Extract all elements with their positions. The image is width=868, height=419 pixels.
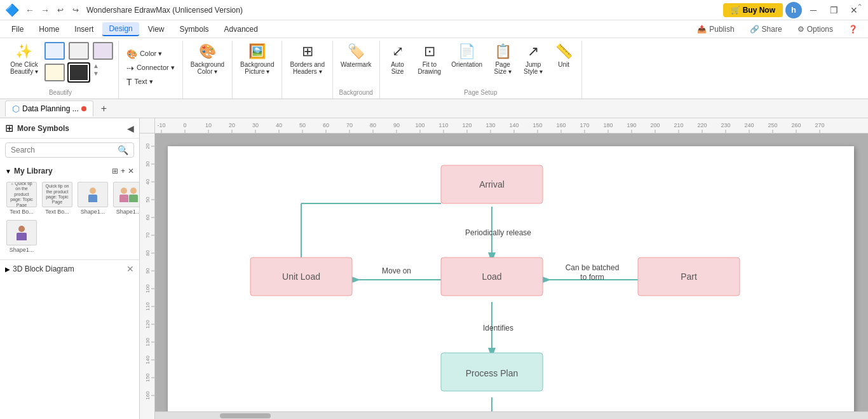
ruler-h-svg: -100102030405060708090100110120130140150…	[155, 118, 868, 134]
undo-button[interactable]: ↩	[53, 3, 67, 17]
style5-button[interactable]	[67, 62, 90, 83]
borders-headers-button[interactable]: ⊞ Borders and Headers ▾	[286, 41, 328, 78]
app-title: Wondershare EdrawMax (Unlicensed Version…	[86, 6, 243, 15]
redo-button[interactable]: ↪	[69, 3, 83, 17]
menu-insert[interactable]: Insert	[68, 23, 100, 36]
svg-text:Can be batched: Can be batched	[566, 263, 620, 272]
publish-button[interactable]: 📤 Publish	[692, 23, 739, 36]
svg-text:220: 220	[697, 122, 707, 128]
horizontal-scrollbar[interactable]	[155, 411, 868, 419]
orientation-button[interactable]: 📄 Orientation	[447, 41, 486, 71]
block-diagram-close-button[interactable]: ✕	[126, 264, 134, 274]
expand-down-icon[interactable]: ▼	[93, 70, 99, 78]
svg-text:10: 10	[205, 122, 212, 128]
thumb-text-box-2: Quick tip on the product page: Topic Pag…	[42, 182, 72, 207]
search-icon: 🔍	[118, 145, 128, 155]
restore-button[interactable]: ❐	[825, 4, 843, 17]
add-tab-button[interactable]: +	[96, 100, 112, 117]
avatar[interactable]: h	[785, 2, 802, 18]
svg-text:100: 100	[145, 284, 151, 293]
one-click-beautify-button[interactable]: ✨ One Click Beautify ▾	[6, 41, 42, 78]
minimize-button[interactable]: ─	[804, 4, 822, 17]
svg-text:50: 50	[145, 196, 151, 202]
list-item[interactable]: Shape1...	[76, 181, 109, 216]
sidebar: ⊞ More Symbols ◀ 🔍 ▼ My Library ⊞ + ✕	[0, 118, 140, 419]
svg-text:230: 230	[721, 122, 730, 128]
text-button[interactable]: T Text ▾	[123, 76, 173, 88]
list-item[interactable]: Quick tip on the product page: Topic Pag…	[41, 181, 74, 216]
fit-to-drawing-button[interactable]: ⊡ Fit to Drawing	[414, 41, 445, 78]
list-item[interactable]: Shape1...	[5, 219, 38, 254]
svg-text:260: 260	[791, 122, 801, 128]
ribbon-beautify-content: ✨ One Click Beautify ▾	[6, 41, 114, 88]
style3-button[interactable]	[92, 41, 114, 61]
svg-text:100: 100	[415, 122, 424, 128]
help-button[interactable]: ❓	[843, 23, 863, 36]
ribbon-beautify-group: ✨ One Click Beautify ▾	[3, 41, 119, 99]
fit-drawing-icon: ⊡	[424, 43, 435, 60]
unit-button[interactable]: 📏 Unit	[550, 41, 578, 71]
style-row-1	[43, 41, 114, 61]
page-setup-group-label: Page Setup	[464, 89, 497, 97]
canvas-content[interactable]: Periodically release Move on Can be batc…	[155, 134, 868, 411]
beautify-icon: ✨	[15, 43, 32, 60]
ribbon-borders-content: ⊞ Borders and Headers ▾	[286, 41, 328, 97]
bg-color-icon: 🎨	[199, 43, 216, 60]
style2-button[interactable]	[67, 41, 90, 61]
scrollbar-thumb[interactable]	[220, 413, 271, 418]
ribbon-borders-group: ⊞ Borders and Headers ▾	[282, 41, 332, 99]
ribbon-color-content: 🎨 Color ▾ ⇢ Connector ▾ T Text ▾	[123, 41, 179, 95]
nav-buttons: ← → ↩ ↪	[23, 3, 83, 17]
style1-button[interactable]	[43, 41, 66, 61]
options-button[interactable]: ⚙ Options	[792, 23, 838, 36]
background-color-button[interactable]: 🎨 Background Color ▾	[187, 41, 228, 78]
active-tab[interactable]: ⬡ Data Planning ...	[5, 100, 93, 116]
text-icon: T	[126, 77, 132, 87]
ribbon-color-group: 🎨 Color ▾ ⇢ Connector ▾ T Text ▾	[119, 41, 183, 99]
menu-view[interactable]: View	[142, 23, 171, 36]
auto-size-button[interactable]: ⤢ Auto Size	[384, 41, 412, 78]
page-size-button[interactable]: 📋 Page Size ▾	[489, 41, 517, 78]
svg-text:0: 0	[183, 122, 186, 128]
background-picture-button[interactable]: 🖼️ Background Picture ▾	[236, 41, 278, 78]
back-button[interactable]: ←	[23, 3, 37, 17]
sidebar-collapse-button[interactable]: ◀	[127, 123, 134, 134]
svg-text:90: 90	[393, 122, 400, 128]
menu-file[interactable]: File	[5, 23, 30, 36]
menu-advanced[interactable]: Advanced	[218, 23, 264, 36]
my-library-section: ▼ My Library ⊞ + ✕ ⬦ Quick tip on the pr…	[0, 161, 139, 260]
canvas-wrapper: 2030405060708090100110120130140150160	[140, 134, 868, 419]
svg-text:120: 120	[145, 320, 151, 329]
forward-button[interactable]: →	[38, 3, 52, 17]
buy-now-button[interactable]: 🛒 Buy Now	[723, 3, 783, 17]
ribbon: ✨ One Click Beautify ▾	[0, 38, 868, 99]
ribbon-expand-btn[interactable]: ⌃	[857, 3, 863, 11]
list-item[interactable]: ⬦ Quick tip on the product page: Topic P…	[5, 181, 38, 216]
tab-bar: ⬡ Data Planning ... +	[0, 99, 868, 118]
svg-text:Load: Load	[482, 271, 501, 282]
unit-icon: 📏	[555, 43, 573, 60]
svg-rect-111	[441, 353, 543, 391]
svg-rect-103	[441, 165, 543, 203]
menu-bar: File Home Insert Design View Symbols Adv…	[0, 20, 868, 38]
list-item[interactable]: Shape1...	[112, 181, 140, 216]
connector-button[interactable]: ⇢ Connector ▾	[123, 62, 179, 74]
library-add-button[interactable]: +	[121, 167, 125, 175]
menu-symbols[interactable]: Symbols	[173, 23, 215, 36]
svg-text:200: 200	[650, 122, 660, 128]
menu-design[interactable]: Design	[102, 22, 139, 36]
menu-home[interactable]: Home	[32, 23, 65, 36]
library-grid-button[interactable]: ⊞	[112, 167, 118, 175]
expand-up-icon[interactable]: ▲	[93, 62, 99, 70]
jump-style-button[interactable]: ↗ Jump Style ▾	[519, 41, 547, 78]
library-close-button[interactable]: ✕	[128, 167, 134, 175]
search-input[interactable]	[11, 146, 115, 155]
color-button[interactable]: 🎨 Color ▾	[123, 48, 173, 60]
share-button[interactable]: 🔗 Share	[745, 23, 787, 36]
svg-text:Identifies: Identifies	[483, 324, 513, 333]
watermark-button[interactable]: 🏷️ Watermark	[337, 41, 376, 71]
style4-button[interactable]	[43, 62, 66, 83]
svg-text:40: 40	[145, 179, 151, 184]
ribbon-background-color-group: 🎨 Background Color ▾	[183, 41, 233, 99]
watermark-icon: 🏷️	[348, 43, 365, 60]
